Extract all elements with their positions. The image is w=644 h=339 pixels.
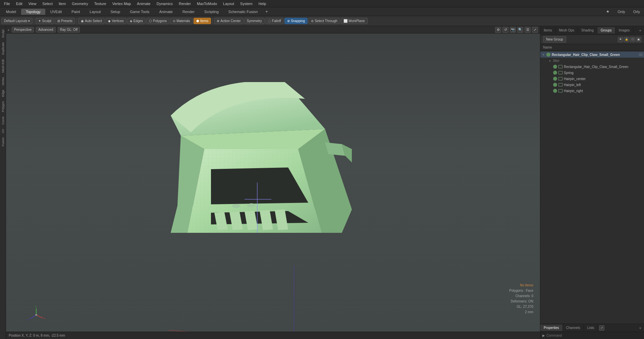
props-icon-expand[interactable]: ⤢ — [599, 325, 604, 331]
tab-model[interactable]: Model — [1, 9, 21, 15]
tab-render[interactable]: Render — [178, 9, 199, 15]
sidebar-item-polygon[interactable]: Polygon — [1, 99, 5, 114]
menu-system[interactable]: System — [237, 1, 255, 6]
expand-icon[interactable]: ▸ — [548, 59, 552, 62]
sidebar-item-vertex[interactable]: Vertex — [1, 75, 5, 88]
vp-icon-camera[interactable]: 📷 — [510, 27, 516, 33]
tab-scripting[interactable]: Scripting — [200, 9, 223, 15]
menu-geometry[interactable]: Geometry — [69, 1, 91, 6]
falloff-button[interactable]: ◌ Falloff — [265, 18, 284, 24]
props-tab-channels[interactable]: Channels — [563, 325, 584, 331]
groups-icon-square[interactable]: ▣ — [636, 37, 641, 42]
groups-list[interactable]: ▾ Rectangular_Hair_Clip_Claw_Small_Green… — [540, 51, 644, 324]
add-panel-tab-button[interactable]: + — [637, 27, 644, 34]
groups-icon-lock[interactable]: 🔒 — [624, 37, 629, 42]
props-tab-properties[interactable]: Properties — [540, 325, 563, 331]
groups-icon-eye[interactable]: 👁 — [618, 37, 623, 42]
add-tab-button[interactable]: + — [263, 8, 271, 15]
work-plane-button[interactable]: ⬜ WorkPlane — [341, 18, 368, 24]
menu-select[interactable]: Select — [40, 1, 55, 6]
list-item[interactable]: ▾ Rectangular_Hair_Clip_Claw_Small_Green… — [540, 52, 644, 58]
right-tab-items[interactable]: Items — [540, 27, 555, 33]
menu-layout[interactable]: Layout — [220, 1, 237, 6]
sculpt-button[interactable]: ✦ Sculpt — [36, 18, 54, 24]
vp-mode-perspective[interactable]: Perspective — [12, 27, 34, 32]
sidebar-item-duplicate[interactable]: Duplicate — [1, 40, 5, 57]
action-center-button[interactable]: ⊕ Action Center — [214, 18, 244, 24]
right-tab-groups[interactable]: Groups — [597, 27, 615, 33]
polygons-button[interactable]: ⬡ Polygons — [146, 18, 169, 24]
vp-icon-fullscreen[interactable]: ⤢ — [532, 27, 538, 33]
command-input[interactable] — [546, 334, 642, 337]
symmetry-button[interactable]: Symmetry — [244, 18, 265, 24]
list-item[interactable]: Rectangular_Hair_Clip_Claw_Small_Green — [540, 64, 644, 70]
right-tab-shading[interactable]: Shading — [578, 27, 597, 33]
list-item[interactable]: Hairpin_left — [540, 82, 644, 88]
menu-vertex-map[interactable]: Vertex Map — [110, 1, 134, 6]
tab-layout[interactable]: Layout — [85, 9, 105, 15]
tab-topology[interactable]: Topology — [21, 9, 45, 15]
item-visibility-toggle[interactable] — [553, 71, 557, 75]
list-item[interactable]: Spring — [540, 70, 644, 76]
expand-icon[interactable]: ▾ — [542, 53, 545, 56]
list-item[interactable]: Hairpin_right — [540, 88, 644, 94]
menu-texture[interactable]: Texture — [92, 1, 109, 6]
menu-maxtomodo[interactable]: MaxToModo — [194, 1, 220, 6]
props-tab-lists[interactable]: Lists — [584, 325, 598, 331]
vertices-button[interactable]: ◆ Vertices — [105, 18, 126, 24]
groups-icon-box[interactable]: ☐ — [630, 37, 635, 42]
list-item[interactable]: Hairpin_center — [540, 76, 644, 82]
tab-schematic[interactable]: Schematic Fusion — [224, 9, 262, 15]
tab-uvedit[interactable]: UVEdit — [46, 9, 66, 15]
vp-icon-menu[interactable]: ☰ — [525, 27, 531, 33]
sidebar-item-fusion[interactable]: Fusion — [1, 135, 5, 148]
vp-icon-settings[interactable]: ⚙ — [495, 27, 501, 33]
menu-file[interactable]: File — [1, 1, 13, 6]
menu-edit[interactable]: Edit — [13, 1, 25, 6]
tab-setup[interactable]: Setup — [106, 9, 125, 15]
menu-dynamics[interactable]: Dynamics — [154, 1, 175, 6]
menu-help[interactable]: Help — [256, 1, 269, 6]
vp-render-advanced[interactable]: Advanced — [36, 27, 55, 32]
vp-collapse-btn[interactable]: ▸ — [8, 28, 10, 31]
edges-button[interactable]: ◈ Edges — [127, 18, 146, 24]
expand-icon[interactable] — [548, 77, 552, 80]
layout-dropdown[interactable]: Default Layouts ▾ — [1, 18, 33, 24]
presets-button[interactable]: ⊞ Presets — [55, 18, 75, 24]
item-visibility-toggle[interactable] — [553, 65, 557, 69]
snapping-button[interactable]: ⊛ Snapping — [284, 18, 308, 24]
menu-view[interactable]: View — [26, 1, 39, 6]
sidebar-item-edge[interactable]: Edge — [1, 88, 5, 99]
menu-animate[interactable]: Animate — [134, 1, 153, 6]
items-button[interactable]: ⬢ Items — [194, 18, 211, 24]
tab-animate[interactable]: Animate — [155, 9, 177, 15]
materials-button[interactable]: ⊙ Materials — [170, 18, 193, 24]
auto-select-button[interactable]: ◉ Auto Select — [78, 18, 105, 24]
right-tab-mesh-ops[interactable]: Mesh Ops — [555, 27, 578, 33]
sidebar-item-sculpt[interactable]: Sculpt — [1, 27, 5, 40]
vp-icon-render[interactable]: ↺ — [502, 27, 508, 33]
tab-game-tools[interactable]: Game Tools — [125, 9, 154, 15]
menu-item[interactable]: Item — [56, 1, 68, 6]
item-visibility-toggle[interactable] — [553, 83, 557, 87]
sidebar-item-uv[interactable]: UV — [1, 127, 5, 135]
work-plane-label: WorkPlane — [348, 19, 365, 23]
item-visibility-toggle[interactable] — [553, 77, 557, 81]
right-tab-images[interactable]: Images — [615, 27, 634, 33]
expand-icon[interactable] — [548, 71, 552, 74]
expand-icon[interactable] — [548, 65, 552, 68]
expand-icon[interactable] — [548, 89, 552, 92]
list-item[interactable]: ▸ filter — [540, 58, 644, 64]
item-visibility-toggle[interactable] — [553, 89, 557, 93]
viewport-3d[interactable]: No Items Polygons : Face Channels: 0 Def… — [6, 33, 540, 332]
expand-icon[interactable] — [548, 83, 552, 86]
sidebar-item-curve[interactable]: Curve — [1, 115, 5, 127]
props-add-tab[interactable]: + — [637, 325, 644, 331]
new-group-button[interactable]: New Group — [543, 36, 566, 43]
vp-gl-mode[interactable]: Ray GL: Off — [58, 27, 80, 32]
sidebar-item-mesh-edit[interactable]: Mesh Edit — [1, 57, 5, 75]
select-through-button[interactable]: ⊘ Select Through — [308, 18, 340, 24]
menu-render[interactable]: Render — [176, 1, 194, 6]
tab-paint[interactable]: Paint — [67, 9, 85, 15]
vp-icon-search[interactable]: 🔍 — [517, 27, 523, 33]
